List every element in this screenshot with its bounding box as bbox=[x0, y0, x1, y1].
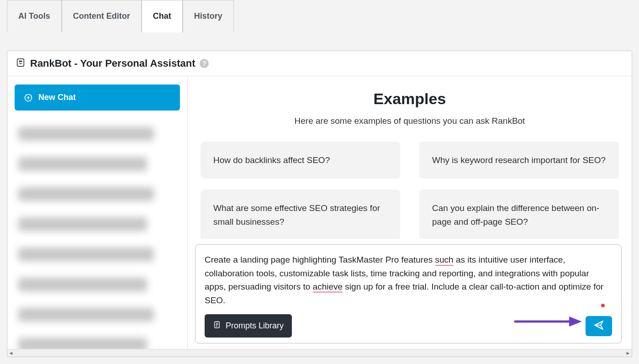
chat-input-area: Create a landing page highlighting TaskM… bbox=[195, 244, 622, 343]
chat-history-item[interactable] bbox=[18, 157, 147, 171]
tab-content-editor[interactable]: Content Editor bbox=[62, 0, 142, 32]
example-card[interactable]: Can you explain the difference between o… bbox=[419, 190, 619, 239]
panel-header: RankBot - Your Personal Assistant ? bbox=[7, 51, 632, 76]
svg-rect-0 bbox=[17, 59, 24, 67]
chat-history-item[interactable] bbox=[18, 127, 154, 141]
plus-circle-icon bbox=[24, 93, 33, 102]
new-chat-label: New Chat bbox=[38, 93, 76, 102]
chat-history-item[interactable] bbox=[18, 338, 147, 349]
chat-history-item[interactable] bbox=[18, 308, 154, 322]
examples-title: Examples bbox=[201, 90, 619, 108]
rankbot-icon bbox=[16, 58, 26, 69]
tab-history[interactable]: History bbox=[183, 0, 234, 32]
grammar-indicator-dot bbox=[601, 304, 605, 307]
chat-history-item[interactable] bbox=[18, 248, 154, 261]
example-card[interactable]: Why is keyword research important for SE… bbox=[419, 142, 619, 179]
svg-point-2 bbox=[21, 61, 22, 62]
scroll-right-icon[interactable]: ► bbox=[624, 349, 632, 357]
sidebar: New Chat bbox=[7, 76, 188, 349]
horizontal-scrollbar[interactable]: ◄ ► bbox=[7, 349, 632, 357]
tab-chat[interactable]: Chat bbox=[142, 0, 183, 32]
chat-history-item[interactable] bbox=[18, 187, 154, 201]
new-chat-button[interactable]: New Chat bbox=[15, 84, 180, 111]
tab-bar: AI Tools Content Editor Chat History bbox=[7, 0, 639, 32]
spellcheck-underline: such bbox=[435, 255, 454, 266]
examples-scroll: Examples Here are some examples of quest… bbox=[188, 76, 632, 239]
document-icon bbox=[213, 321, 221, 331]
examples-subtitle: Here are some examples of questions you … bbox=[201, 116, 619, 126]
svg-point-1 bbox=[19, 61, 20, 62]
scroll-left-icon[interactable]: ◄ bbox=[7, 349, 15, 357]
send-button[interactable] bbox=[586, 316, 612, 336]
main-panel: RankBot - Your Personal Assistant ? New … bbox=[7, 51, 632, 357]
help-icon[interactable]: ? bbox=[200, 59, 209, 68]
chat-input[interactable]: Create a landing page highlighting TaskM… bbox=[205, 253, 612, 307]
tab-ai-tools[interactable]: AI Tools bbox=[7, 0, 62, 32]
content-row: New Chat Examples Here are some examples… bbox=[7, 76, 632, 349]
prompts-library-button[interactable]: Prompts Library bbox=[205, 314, 292, 338]
chat-history-item[interactable] bbox=[18, 278, 147, 291]
panel-title: RankBot - Your Personal Assistant bbox=[30, 58, 195, 69]
spellcheck-underline: achieve bbox=[313, 282, 343, 293]
main-area: Examples Here are some examples of quest… bbox=[188, 76, 632, 349]
example-card[interactable]: How do backlinks affect SEO? bbox=[201, 142, 400, 179]
input-toolbar: Prompts Library bbox=[205, 314, 612, 338]
example-card[interactable]: What are some effective SEO strategies f… bbox=[201, 190, 400, 239]
prompts-library-label: Prompts Library bbox=[226, 321, 284, 331]
send-icon bbox=[593, 320, 604, 332]
chat-history-item[interactable] bbox=[18, 217, 147, 231]
example-cards: How do backlinks affect SEO? Why is keyw… bbox=[201, 142, 619, 239]
